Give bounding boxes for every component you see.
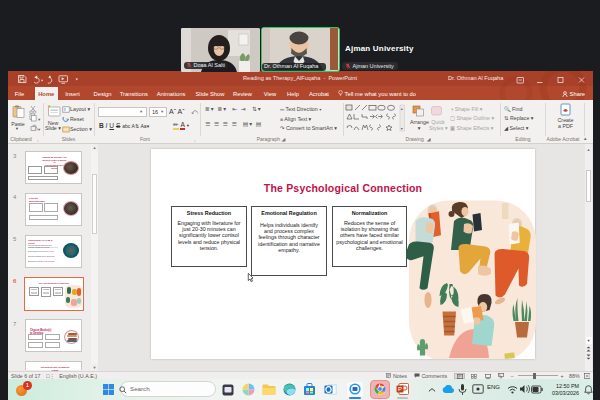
svg-text:▾: ▾ [38,127,41,131]
svg-text:▾: ▾ [401,126,403,131]
svg-text:▾: ▾ [38,117,41,122]
svg-text:▴: ▴ [401,106,403,111]
svg-text:P: P [398,386,402,392]
